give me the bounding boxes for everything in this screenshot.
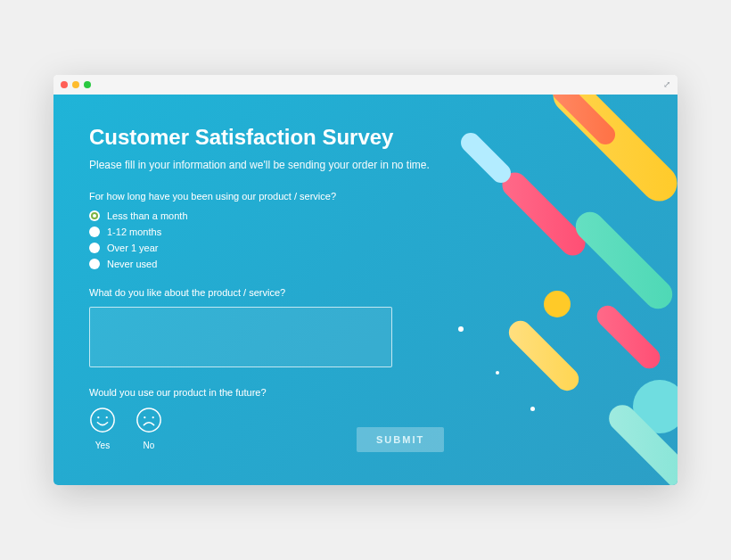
radio-option-never-used[interactable]: Never used [89, 259, 481, 269]
option-no[interactable]: No [136, 407, 162, 450]
radio-option-1-12-months[interactable]: 1-12 months [89, 226, 481, 237]
radio-label: Never used [107, 259, 157, 269]
page-title: Customer Satisfaction Survey [89, 125, 481, 150]
decorative-stripe-icon [570, 206, 678, 315]
radio-label: Less than a month [107, 210, 188, 221]
decorative-stripe-icon [593, 301, 665, 374]
svg-point-1 [97, 416, 99, 418]
svg-point-2 [106, 416, 108, 418]
option-yes-label: Yes [95, 441, 110, 450]
radio-icon [89, 210, 100, 221]
decorative-stripe-icon [546, 95, 678, 209]
decorative-circle-icon [544, 291, 571, 317]
svg-point-5 [152, 416, 154, 418]
radio-label: Over 1 year [107, 243, 158, 253]
decorative-dot-icon [530, 407, 535, 411]
option-no-label: No [144, 441, 155, 450]
svg-point-4 [144, 416, 145, 418]
svg-point-3 [137, 408, 160, 432]
radio-icon [89, 226, 100, 237]
browser-window: ⤢ Customer Satisfaction Survey Please fi… [53, 75, 678, 485]
option-yes[interactable]: Yes [89, 407, 116, 450]
expand-icon[interactable]: ⤢ [663, 79, 670, 89]
radio-label: 1-12 months [107, 226, 161, 237]
radio-icon [89, 243, 100, 253]
submit-button[interactable]: SUBMIT [357, 427, 444, 452]
titlebar: ⤢ [53, 75, 678, 95]
feedback-textarea[interactable] [89, 307, 392, 367]
q3-label: Would you use our product in the future? [89, 387, 481, 398]
survey-form: Customer Satisfaction Survey Please fill… [53, 95, 517, 472]
q2-label: What do you like about the product / ser… [89, 287, 481, 298]
q1-radio-group: Less than a month 1-12 months Over 1 yea… [89, 210, 481, 269]
close-window-icon[interactable] [61, 81, 68, 88]
maximize-window-icon[interactable] [84, 81, 91, 88]
page-subtitle: Please fill in your information and we'l… [89, 159, 481, 171]
window-controls [61, 81, 91, 88]
svg-point-0 [91, 408, 114, 432]
radio-icon [89, 259, 100, 269]
q1-label: For how long have you been using our pro… [89, 191, 481, 202]
radio-option-over-1-year[interactable]: Over 1 year [89, 243, 481, 253]
survey-panel: Customer Satisfaction Survey Please fill… [53, 95, 678, 485]
happy-face-icon [89, 407, 116, 437]
sad-face-icon [136, 407, 162, 437]
minimize-window-icon[interactable] [72, 81, 79, 88]
radio-option-less-than-month[interactable]: Less than a month [89, 210, 481, 221]
